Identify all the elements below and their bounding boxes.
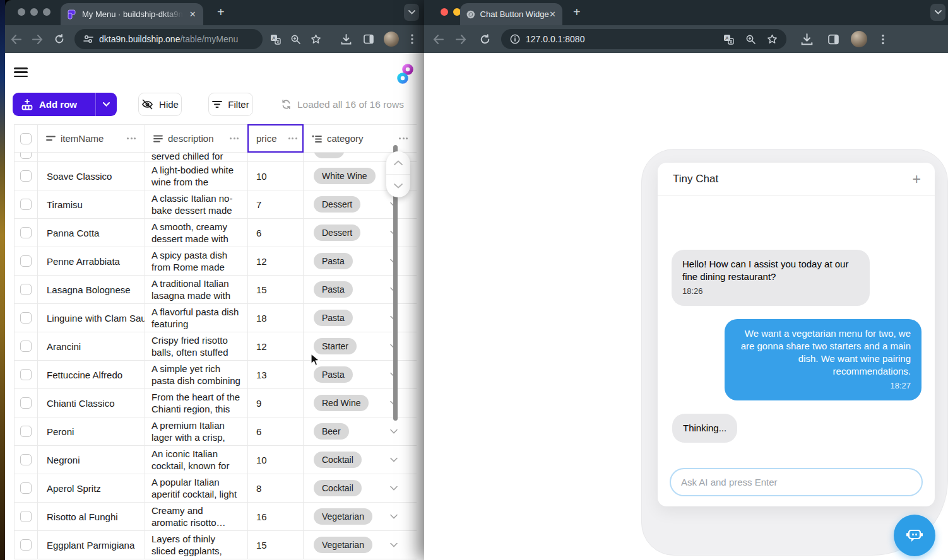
cell-description[interactable]: A traditional Italian lasagna made with: [145, 276, 247, 303]
cell-description[interactable]: A classic Italian no-bake dessert made: [145, 190, 247, 218]
column-menu-icon[interactable]: [399, 137, 408, 139]
category-chip[interactable]: [314, 153, 345, 158]
row-checkbox[interactable]: [20, 454, 32, 465]
cell-itemname[interactable]: Chianti Classico: [37, 389, 145, 417]
column-header-price[interactable]: price: [247, 125, 303, 152]
cell-price[interactable]: 6: [247, 417, 303, 445]
cell-price[interactable]: 7: [247, 190, 303, 218]
row-checkbox[interactable]: [20, 426, 32, 437]
row-checkbox[interactable]: [20, 539, 32, 551]
category-chip[interactable]: Pasta: [314, 366, 353, 383]
cell-price[interactable]: 18: [247, 304, 303, 332]
find-zoom-icon[interactable]: [285, 34, 305, 44]
bookmark-star-icon[interactable]: [767, 34, 778, 44]
table-row[interactable]: Fettuccine AlfredoA simple yet rich past…: [15, 361, 417, 389]
row-checkbox[interactable]: [20, 511, 32, 522]
cell-description[interactable]: Creamy and aromatic risotto cooked with …: [145, 503, 247, 530]
cell-price[interactable]: 9: [247, 389, 303, 417]
sidebar-icon[interactable]: [821, 34, 846, 45]
category-chip[interactable]: Pasta: [314, 310, 353, 326]
cell-price[interactable]: 15: [247, 531, 303, 559]
cell-description[interactable]: From the heart of the Chianti region, th…: [145, 389, 247, 417]
cell-price[interactable]: 13: [247, 361, 303, 388]
row-checkbox[interactable]: [20, 199, 32, 210]
cell-price[interactable]: 15: [247, 276, 303, 303]
row-checkbox[interactable]: [20, 170, 32, 182]
cell-price[interactable]: 8: [247, 474, 303, 502]
table-row[interactable]: Risotto al FunghiCreamy and aromatic ris…: [15, 503, 417, 531]
cell-description[interactable]: A simple yet rich pasta dish combining: [145, 361, 247, 388]
right-browser-tab[interactable]: Chat Button Widget ✕: [460, 3, 562, 25]
row-checkbox[interactable]: [20, 312, 32, 324]
cell-itemname[interactable]: Eggplant Parmigiana: [37, 531, 145, 559]
left-browser-tab[interactable]: My Menu · buildship-dkta9n ✕: [61, 3, 203, 25]
column-header-category[interactable]: category: [303, 125, 417, 152]
find-zoom-icon[interactable]: [745, 34, 755, 44]
forward-icon[interactable]: [449, 35, 472, 44]
row-checkbox[interactable]: [20, 153, 32, 159]
table-row[interactable]: Penne ArrabbiataA spicy pasta dish from …: [15, 247, 417, 276]
row-checkbox[interactable]: [20, 482, 32, 494]
close-tab-icon[interactable]: ✕: [549, 10, 556, 18]
category-chip[interactable]: Pasta: [314, 281, 353, 298]
forward-icon[interactable]: [27, 35, 48, 44]
cell-description[interactable]: A spicy pasta dish from Rome made: [145, 247, 247, 275]
cell-description[interactable]: A popular Italian aperitif cocktail, lig…: [145, 474, 247, 502]
new-tab-button[interactable]: +: [217, 5, 225, 20]
cell-itemname[interactable]: Fettuccine Alfredo: [37, 361, 145, 388]
chevron-down-icon[interactable]: [390, 429, 398, 434]
menu-hamburger-icon[interactable]: [14, 67, 28, 77]
browser-menu-icon[interactable]: [403, 34, 422, 44]
category-chip[interactable]: Pasta: [314, 253, 353, 269]
cell-itemname[interactable]: Penne Arrabbiata: [37, 247, 145, 275]
table-row[interactable]: AranciniCrispy fried risotto balls, ofte…: [15, 332, 417, 361]
cell-description[interactable]: A light-bodied white wine from the: [145, 162, 247, 190]
chevron-down-icon[interactable]: [390, 514, 398, 519]
browser-menu-icon[interactable]: [872, 34, 894, 45]
cell-itemname[interactable]: Lasagna Bolognese: [37, 276, 145, 303]
profile-avatar[interactable]: [380, 32, 403, 47]
download-icon[interactable]: [793, 33, 821, 45]
row-checkbox[interactable]: [20, 284, 32, 295]
table-row[interactable]: Eggplant ParmigianaLayers of thinly slic…: [15, 531, 417, 559]
cell-description[interactable]: Crispy fried risotto balls, often stuffe…: [145, 332, 247, 360]
back-icon[interactable]: [5, 35, 27, 44]
chevron-down-icon[interactable]: [390, 542, 398, 547]
column-header-itemname[interactable]: itemName: [37, 125, 145, 152]
address-bar[interactable]: dkta9n.buildship.one/table/myMenu: [74, 29, 263, 49]
table-row[interactable]: Soave ClassicoA light-bodied white wine …: [15, 162, 417, 190]
row-checkbox[interactable]: [20, 369, 32, 380]
cell-itemname[interactable]: Risotto al Funghi: [37, 503, 145, 530]
table-row[interactable]: PeroniA premium Italian lager with a cri…: [15, 417, 417, 446]
bookmark-star-icon[interactable]: [305, 34, 326, 44]
column-menu-icon[interactable]: [230, 137, 239, 139]
download-icon[interactable]: [335, 34, 357, 45]
tab-search-chevron-icon[interactable]: [404, 4, 419, 21]
chevron-down-icon[interactable]: [390, 486, 398, 491]
chat-fab-button[interactable]: [894, 515, 935, 556]
column-menu-icon[interactable]: [127, 137, 136, 139]
translate-icon[interactable]: A: [265, 34, 285, 45]
select-all-checkbox[interactable]: [15, 125, 37, 152]
cell-itemname[interactable]: Arancini: [37, 332, 145, 360]
scroll-down-button[interactable]: [386, 175, 410, 197]
new-chat-button[interactable]: +: [913, 172, 921, 187]
cell-description[interactable]: A premium Italian lager with a crisp,: [145, 417, 247, 445]
category-chip[interactable]: Starter: [314, 338, 357, 354]
close-tab-icon[interactable]: ✕: [189, 10, 196, 18]
cell-price[interactable]: 12: [247, 247, 303, 275]
row-checkbox[interactable]: [20, 341, 32, 352]
scroll-up-button[interactable]: [386, 151, 410, 175]
cell-description[interactable]: A flavorful pasta dish featuring: [145, 304, 247, 332]
table-row[interactable]: Panna CottaA smooth, creamy dessert made…: [15, 219, 417, 247]
chat-input[interactable]: [670, 468, 923, 496]
table-row[interactable]: Aperol SpritzA popular Italian aperitif …: [15, 474, 417, 503]
table-row-partial[interactable]: served chilled for: [15, 153, 417, 162]
row-checkbox[interactable]: [20, 227, 32, 238]
cell-itemname[interactable]: Peroni: [37, 417, 145, 445]
row-checkbox[interactable]: [20, 255, 32, 267]
category-chip[interactable]: Red Wine: [314, 395, 369, 411]
table-row[interactable]: NegroniAn iconic Italian cocktail, known…: [15, 446, 417, 474]
column-header-description[interactable]: description: [145, 125, 247, 152]
hide-fields-button[interactable]: Hide: [138, 93, 182, 116]
